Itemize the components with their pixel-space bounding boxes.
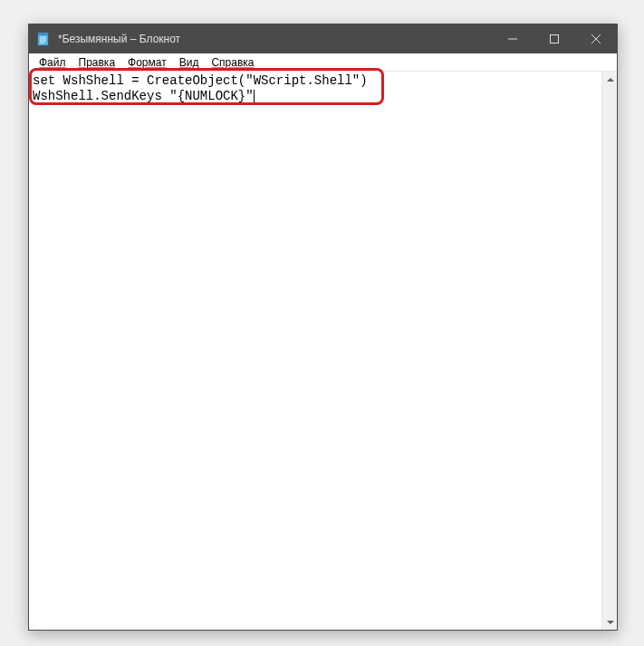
close-button[interactable] (575, 24, 617, 53)
svg-rect-1 (38, 33, 48, 35)
menu-format[interactable]: Формат (121, 55, 173, 70)
text-editor[interactable]: set WshShell = CreateObject("WScript.She… (29, 72, 601, 630)
scroll-up-button[interactable] (602, 72, 617, 87)
menu-file[interactable]: Файл (33, 55, 72, 70)
minimize-button[interactable] (492, 24, 533, 53)
menu-view[interactable]: Вид (173, 55, 206, 70)
editor-container: set WshShell = CreateObject("WScript.She… (29, 72, 617, 630)
maximize-button[interactable] (533, 24, 575, 53)
text-cursor (254, 90, 255, 103)
svg-marker-11 (607, 621, 614, 624)
code-line-2: WshShell.SendKeys "{NUMLOCK}" (33, 89, 254, 103)
notepad-window: *Безымянный – Блокнот Файл Правка Формат… (28, 24, 618, 631)
scrollbar-track[interactable] (602, 87, 617, 614)
vertical-scrollbar[interactable] (601, 72, 617, 630)
menubar: Файл Правка Формат Вид Справка (29, 53, 617, 72)
svg-marker-10 (607, 78, 614, 82)
menu-edit[interactable]: Правка (72, 55, 122, 70)
code-line-1: set WshShell = CreateObject("WScript.She… (33, 73, 368, 88)
titlebar[interactable]: *Безымянный – Блокнот (29, 24, 617, 53)
window-controls (492, 24, 617, 53)
menu-help[interactable]: Справка (205, 55, 260, 70)
svg-rect-7 (551, 35, 559, 43)
window-title: *Безымянный – Блокнот (56, 33, 492, 45)
notepad-icon (36, 32, 51, 46)
scroll-down-button[interactable] (602, 614, 617, 630)
